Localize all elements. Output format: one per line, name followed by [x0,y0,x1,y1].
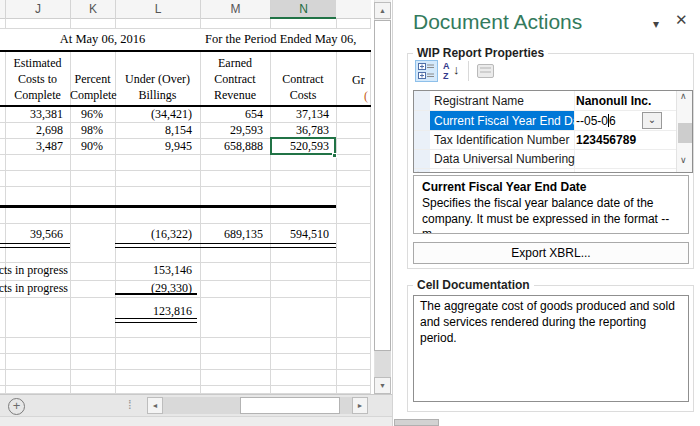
hscroll-right-button[interactable]: ► [352,397,368,414]
property-grid: Registrant Name Nanonull Inc. Current Fi… [413,90,693,173]
property-description-box: Current Fiscal Year End Date Specifies t… [413,175,689,234]
categorized-view-button[interactable] [415,60,438,82]
double-underline [0,243,70,248]
border-rule [0,50,371,52]
cell-documentation-label: Cell Documentation [413,278,534,292]
horizontal-scrollbar-thumb[interactable] [240,397,340,414]
gridline [0,337,371,338]
fill-handle[interactable] [332,153,337,158]
merged-header-period-ended[interactable]: For the Period Ended May 06, [205,32,356,47]
row-separator [414,149,676,150]
cell-L[interactable]: (34,421) [115,107,192,122]
toolbar-separator [468,61,469,81]
export-xbrl-button[interactable]: Export XBRL... [413,242,689,264]
vertical-scrollbar[interactable]: ▲ ▼ [371,0,392,394]
total-cell-M[interactable]: 689,135 [200,227,263,242]
categorized-icon [416,61,437,81]
gridline [0,28,371,29]
gridline [0,223,371,224]
header-earned-contract-revenue[interactable]: EarnedContractRevenue [200,55,270,103]
partial-scrollbar-element [394,419,439,426]
cell-L[interactable]: 153,146 [115,263,192,278]
header-gross-paren-partial: ( [364,89,368,104]
gridline [115,19,116,28]
net-cell-L[interactable]: 123,816 [115,304,192,319]
gridline [0,385,371,386]
vertical-scrollbar-gap[interactable] [375,351,391,377]
cell-N[interactable]: 36,783 [270,123,329,138]
gridline [200,19,201,28]
grid-scrollbar-thumb[interactable] [678,123,692,143]
column-header-J[interactable]: J [5,0,70,19]
gridline [336,19,337,28]
total-cell-N[interactable]: 594,510 [270,227,329,242]
row-separator [414,130,676,131]
cell-J[interactable]: 33,381 [5,107,63,122]
cell-J[interactable]: 3,487 [5,139,63,154]
column-header-K[interactable]: K [70,0,115,19]
cell-M[interactable]: 654 [200,107,263,122]
cell-L[interactable]: 9,945 [115,139,192,154]
total-cell-L[interactable]: (16,322) [115,227,192,242]
gridline [0,297,371,298]
cell-documentation-textarea[interactable]: The aggregate cost of goods produced and… [413,295,689,402]
panel-title: Document Actions [413,10,582,34]
header-gross-partial[interactable]: Gr [352,73,365,88]
sort-alphabetical-button[interactable]: A Z ↓ [440,60,463,82]
document-actions-panel: Document Actions ▾ ✕ WIP Report Properti… [392,0,700,426]
column-header-L[interactable]: L [115,0,200,19]
single-underline [115,293,197,295]
gridline [0,186,371,187]
header-under-over-billings[interactable]: Under (Over)Billings [115,71,200,103]
header-contract-costs[interactable]: ContractCosts [270,71,336,103]
status-strip [0,416,392,426]
scroll-up-button[interactable]: ▲ [374,2,391,19]
sort-az-icon: A Z [443,61,450,81]
cell-K[interactable]: 98% [70,123,103,138]
sort-arrow-icon: ↓ [453,62,460,77]
description-body: Specifies the fiscal year balance date o… [422,196,680,234]
cell-K[interactable]: 96% [70,107,103,122]
property-pages-button-disabled[interactable] [474,60,497,82]
cell-N[interactable]: 37,134 [270,107,329,122]
cell-M[interactable]: 658,888 [200,139,263,154]
grid-scroll-up-icon[interactable]: ∧ [680,91,687,101]
wip-report-properties-label: WIP Report Properties [413,46,548,60]
panel-menu-icon[interactable]: ▾ [653,17,659,31]
dropdown-button[interactable]: ⌄ [642,112,662,129]
cell-K[interactable]: 90% [70,139,103,154]
new-sheet-button[interactable]: + [8,398,25,415]
close-icon[interactable]: ✕ [675,11,688,29]
grid-scroll-down-icon[interactable]: ∨ [680,155,687,165]
property-pages-icon [477,64,494,78]
selected-property-name: Current Fiscal Year End Dat [430,111,574,130]
spreadsheet-pane: J K L M N At [0,0,392,426]
scroll-down-button[interactable]: ▼ [374,377,391,394]
cell-M[interactable]: 29,593 [200,123,263,138]
property-grid-scrollbar[interactable]: ∧ ∨ [676,91,692,172]
cell-J[interactable]: 2,698 [5,123,63,138]
tab-strip-grip[interactable]: ⁞ [128,397,133,412]
double-underline [115,243,336,248]
description-title: Current Fiscal Year End Date [422,180,680,194]
double-underline [115,318,197,323]
merged-header-at-date[interactable]: At May 06, 2016 [5,32,200,47]
gridline [0,170,371,171]
vertical-scrollbar-thumb[interactable] [374,20,391,351]
header-estimated-costs[interactable]: EstimatedCosts toComplete [5,55,70,103]
header-percent-complete[interactable]: PercentComplete [70,71,115,103]
total-cell-J[interactable]: 39,566 [5,227,63,242]
gridline [0,369,371,370]
row-label-contracts-in-progress[interactable]: acts in progress [0,263,68,278]
hscroll-left-button[interactable]: ◄ [147,397,163,414]
application-window: J K L M N At [0,0,700,426]
gridline [70,19,71,28]
sheet-tab-strip: + ⁞ ◄ ► [0,394,392,416]
cell-L[interactable]: 8,154 [115,123,192,138]
gridline [0,353,371,354]
row-separator [414,168,676,169]
gridline [5,19,6,28]
selection-border [270,137,336,155]
row-label-contracts-in-progress[interactable]: acts in progress [0,281,68,296]
column-header-M[interactable]: M [200,0,270,19]
